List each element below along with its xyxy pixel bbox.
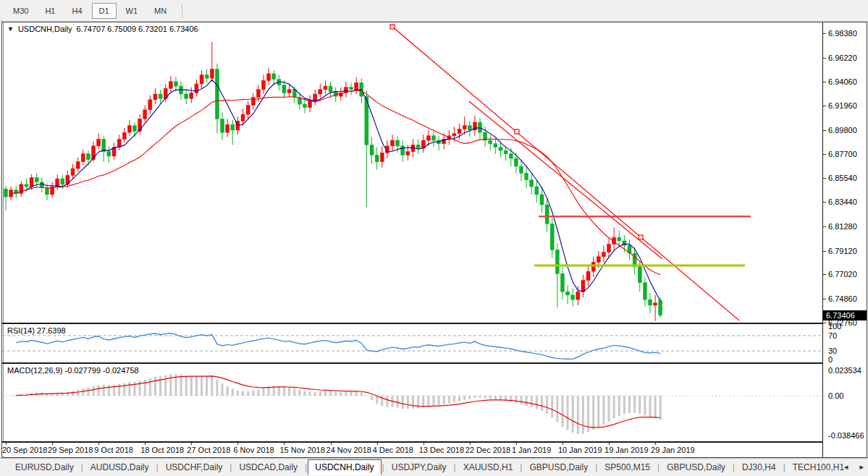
date-axis-label: 6 Nov 2018 <box>233 446 274 454</box>
date-tick <box>377 443 378 445</box>
tab-usdcnh-daily[interactable]: USDCNH,Daily <box>308 459 381 475</box>
chart-window: ▼ USDCNH,Daily 6.74707 6.75009 6.73201 6… <box>1 22 867 458</box>
chart-title: ▼ USDCNH,Daily 6.74707 6.75009 6.73201 6… <box>7 25 198 33</box>
timeframe-button-w1[interactable]: W1 <box>119 3 146 19</box>
macd-canvas[interactable] <box>2 364 822 441</box>
date-axis-label: 9 Oct 2018 <box>94 446 133 454</box>
price-axis-label: 6.96220 <box>828 54 857 62</box>
date-tick <box>145 443 146 445</box>
date-tick <box>655 443 656 445</box>
macd-signal-line <box>16 376 660 428</box>
price-axis-label: 6.87700 <box>828 150 857 158</box>
symbol-dropdown-icon[interactable]: ▼ <box>7 25 14 33</box>
indicator-axis-label: 70 <box>828 331 837 340</box>
trendline-secondary[interactable] <box>469 101 662 259</box>
timeframe-toolbar: M30H1H4D1W1MN <box>0 0 868 22</box>
tab-gbpusd-daily[interactable]: GBPUSD,Daily <box>523 460 594 475</box>
chart-title-ohlc: 6.74707 6.75009 6.73201 6.73406 <box>76 25 198 33</box>
hline-resistance[interactable] <box>539 216 751 217</box>
tab-gbpusd-daily[interactable]: GBPUSD,Daily <box>660 460 732 475</box>
date-axis-label: 24 Nov 2018 <box>326 446 371 454</box>
indicator-axis-label: 30 <box>828 347 837 355</box>
date-axis-label: 4 Dec 2018 <box>373 446 413 454</box>
timeframe-button-d1[interactable]: D1 <box>92 3 117 19</box>
date-tick <box>516 443 517 445</box>
date-axis[interactable]: 20 Sep 201829 Sep 20189 Oct 201818 Oct 2… <box>2 443 822 456</box>
tab-usdjpy-daily[interactable]: USDJPY,Daily <box>385 460 453 475</box>
overlay-ma-slow <box>11 90 660 275</box>
price-axis-label: 6.94060 <box>828 77 857 86</box>
date-tick <box>284 443 285 445</box>
price-axis-label: 6.74860 <box>828 294 857 303</box>
date-axis-label: 15 Nov 2018 <box>279 446 324 454</box>
date-axis-label: 13 Dec 2018 <box>419 446 464 454</box>
tab-usdcad-daily[interactable]: USDCAD,Daily <box>232 460 304 475</box>
date-axis-label: 1 Jan 2019 <box>512 446 551 454</box>
price-axis-label: 6.89800 <box>828 126 857 135</box>
rsi-canvas[interactable] <box>2 324 822 362</box>
price-axis-label: 6.85540 <box>828 174 857 182</box>
tab-dj30-h4[interactable]: DJ30,H4 <box>736 460 783 475</box>
tab-tech100-h1[interactable]: TECH100,H1 <box>786 460 851 475</box>
trendline-selected[interactable] <box>392 27 739 320</box>
rsi-label: RSI(14) 27.6398 <box>7 326 66 335</box>
overlay-ma-fast <box>11 80 660 301</box>
date-tick <box>6 443 7 445</box>
indicator-axis-label: 0.023534 <box>828 366 861 375</box>
date-axis-label: 20 Sep 2018 <box>2 446 47 454</box>
rsi-panel: RSI(14) 27.6398 <box>2 324 822 362</box>
date-axis-label: 29 Sep 2018 <box>48 446 93 454</box>
tab-audusd-daily[interactable]: AUDUSD,Daily <box>84 460 156 475</box>
trendline-handle[interactable] <box>390 25 395 29</box>
timeframe-button-mn[interactable]: MN <box>147 3 174 19</box>
date-axis-label: 10 Jan 2019 <box>558 446 602 454</box>
price-axis-label: 6.81280 <box>828 222 857 231</box>
date-tick <box>470 443 471 445</box>
macd-panel: MACD(12,26,9) -0.027799 -0.024758 <box>2 364 822 441</box>
price-axis[interactable]: 6.73406 6.983806.962206.940606.919606.89… <box>822 22 867 457</box>
tab-xauusd-h1[interactable]: XAUUSD,H1 <box>457 460 520 475</box>
date-tick <box>52 443 53 445</box>
trendline-handle[interactable] <box>639 235 643 239</box>
date-axis-label: 22 Dec 2018 <box>465 446 510 454</box>
indicator-axis-label: 100 <box>828 322 841 331</box>
rsi-line <box>16 333 660 360</box>
date-axis-label: 19 Jan 2019 <box>604 446 649 454</box>
chart-tabbar: EURUSD,Daily|AUDUSD,Daily|USDCHF,Daily|U… <box>0 458 868 476</box>
tab-sp500-m15[interactable]: SP500,M15 <box>598 460 657 475</box>
hline-support[interactable] <box>534 265 745 267</box>
date-tick <box>237 443 238 445</box>
price-axis-label: 6.77020 <box>828 270 857 279</box>
date-axis-label: 27 Oct 2018 <box>187 446 230 454</box>
date-tick <box>191 443 192 445</box>
date-tick <box>98 443 99 445</box>
chart-title-symbol: USDCNH,Daily <box>18 25 72 33</box>
date-tick <box>609 443 610 445</box>
tab-eurusd-daily[interactable]: EURUSD,Daily <box>9 460 80 475</box>
indicator-axis-label: -0.038466 <box>828 431 864 440</box>
tab-scroll-left-icon[interactable]: ◂ <box>844 462 848 472</box>
date-axis-label: 18 Oct 2018 <box>140 446 184 454</box>
date-axis-label: 29 Jan 2019 <box>651 446 695 454</box>
main-price-panel: ▼ USDCNH,Daily 6.74707 6.75009 6.73201 6… <box>2 22 822 323</box>
timeframe-button-h4[interactable]: H4 <box>64 3 89 19</box>
main-chart-canvas[interactable] <box>2 22 822 323</box>
tab-usdchf-daily[interactable]: USDCHF,Daily <box>159 460 229 475</box>
date-tick <box>331 443 332 445</box>
trendline-handle[interactable] <box>515 129 519 134</box>
date-tick <box>562 443 563 445</box>
price-axis-label: 6.98380 <box>828 29 857 38</box>
price-axis-label: 6.79120 <box>828 247 857 255</box>
toolbar-separator <box>182 4 182 18</box>
price-axis-label: 6.91960 <box>828 101 857 110</box>
price-axis-label: 6.83440 <box>828 197 857 206</box>
application-window: M30H1H4D1W1MN ▼ USDCNH,Daily 6.74707 6.7… <box>0 0 868 476</box>
timeframe-button-m30[interactable]: M30 <box>6 3 35 19</box>
date-tick <box>424 443 424 445</box>
timeframe-button-h1[interactable]: H1 <box>38 3 62 19</box>
indicator-axis-label: 0.00 <box>828 391 843 400</box>
indicator-axis-label: 0 <box>828 355 833 364</box>
macd-label: MACD(12,26,9) -0.027799 -0.024758 <box>7 366 139 375</box>
tab-scroll-right-icon[interactable]: ▸ <box>859 462 864 472</box>
